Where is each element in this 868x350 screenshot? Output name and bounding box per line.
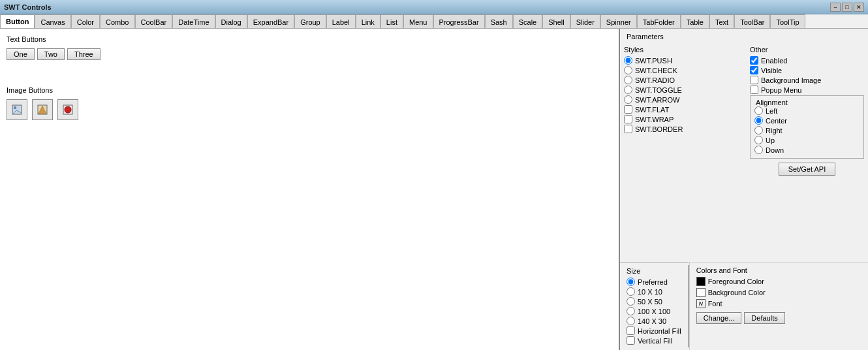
size-input-size-10x10[interactable] [627,287,635,296]
other-label-visible: Visible [761,67,782,74]
size-input-size-100x100[interactable] [627,307,635,315]
set-get-api-button[interactable]: Set/Get API [779,163,835,176]
title-bar-controls: − □ ✕ [830,3,864,12]
tab-slider[interactable]: Slider [570,14,600,29]
size-item-size-preferred[interactable]: Preferred [627,278,681,286]
other-input-bg-image[interactable] [750,76,758,84]
style-item-swt-wrap[interactable]: SWT.WRAP [624,115,743,123]
size-input-size-preferred[interactable] [627,278,635,286]
size-item-size-50x50[interactable]: 50 X 50 [627,297,681,306]
minimize-button[interactable]: − [830,3,841,12]
align-item-align-center[interactable]: Center [754,116,860,125]
tab-tooltip[interactable]: ToolTip [770,14,805,29]
tab-shell[interactable]: Shell [542,14,570,29]
tab-tabfolder[interactable]: TabFolder [637,14,681,29]
title-bar: SWT Controls − □ ✕ [0,0,868,14]
style-item-swt-radio[interactable]: SWT.RADIO [624,76,743,84]
style-item-swt-border[interactable]: SWT.BORDER [624,125,743,133]
other-item-visible[interactable]: Visible [750,66,864,74]
size-input-size-vfill[interactable] [627,336,635,345]
align-item-align-up[interactable]: Up [754,136,860,144]
tab-dialog[interactable]: Dialog [215,14,247,29]
style-input-swt-border[interactable] [624,125,632,133]
right-panel: Parameters Styles SWT.PUSHSWT.CHECKSWT.R… [620,29,868,350]
style-label-swt-toggle: SWT.TOGGLE [635,86,682,94]
other-item-bg-image[interactable]: Background Image [750,76,864,84]
other-item-popup-menu[interactable]: Popup Menu [750,86,864,94]
other-input-popup-menu[interactable] [750,86,758,94]
size-item-size-100x100[interactable]: 100 X 100 [627,307,681,315]
style-input-swt-push[interactable] [624,56,632,65]
style-item-swt-toggle[interactable]: SWT.TOGGLE [624,86,743,94]
tab-button[interactable]: Button [0,14,35,29]
align-input-align-center[interactable] [754,116,763,125]
size-section: Size Preferred10 X 1050 X 50100 X 100140… [620,262,688,350]
tab-group[interactable]: Group [294,14,326,29]
foreground-color-item: Foreground Color [696,277,785,286]
left-panel: Text Buttons OneTwoThree Image Buttons [0,29,620,350]
other-item-enabled[interactable]: Enabled [750,56,864,65]
text-button-one[interactable]: One [7,48,35,60]
other-input-enabled[interactable] [750,56,758,65]
tab-color[interactable]: Color [71,14,100,29]
styles-list: SWT.PUSHSWT.CHECKSWT.RADIOSWT.TOGGLESWT.… [624,56,743,133]
size-item-size-vfill[interactable]: Vertical Fill [627,336,681,345]
tab-datetime[interactable]: DateTime [172,14,215,29]
alignment-list: LeftCenterRightUpDown [754,106,860,154]
align-label-align-up: Up [766,136,775,144]
tab-scale[interactable]: Scale [513,14,543,29]
tab-toolbar[interactable]: ToolBar [734,14,770,29]
change-button[interactable]: Change... [696,312,742,324]
align-item-align-down[interactable]: Down [754,146,860,154]
tab-coolbar[interactable]: CoolBar [135,14,173,29]
tab-spinner[interactable]: Spinner [600,14,637,29]
maximize-button[interactable]: □ [842,3,852,12]
style-input-swt-toggle[interactable] [624,86,632,94]
align-input-align-up[interactable] [754,136,763,144]
tab-expandbar[interactable]: ExpandBar [247,14,294,29]
size-item-size-140x30[interactable]: 140 X 30 [627,317,681,325]
style-item-swt-arrow[interactable]: SWT.ARROW [624,95,743,104]
align-input-align-left[interactable] [754,106,763,115]
other-input-visible[interactable] [750,66,758,74]
text-button-two[interactable]: Two [37,48,65,60]
align-input-align-right[interactable] [754,126,763,135]
background-color-item: Background Color [696,288,785,297]
tab-link[interactable]: Link [356,14,380,29]
close-button[interactable]: ✕ [854,3,864,12]
tab-menu[interactable]: Menu [403,14,433,29]
align-item-align-left[interactable]: Left [754,106,860,115]
size-item-size-10x10[interactable]: 10 X 10 [627,287,681,296]
tab-label[interactable]: Label [326,14,356,29]
style-input-swt-radio[interactable] [624,76,632,84]
text-button-three[interactable]: Three [67,48,101,60]
font-label: Font [708,300,722,308]
tab-canvas[interactable]: Canvas [35,14,70,29]
style-item-swt-check[interactable]: SWT.CHECK [624,66,743,74]
image-button-1[interactable] [7,99,27,120]
size-input-size-140x30[interactable] [627,317,635,325]
align-item-align-right[interactable]: Right [754,126,860,135]
size-input-size-hfill[interactable] [627,326,635,335]
tab-table[interactable]: Table [681,14,709,29]
style-item-swt-push[interactable]: SWT.PUSH [624,56,743,65]
style-input-swt-wrap[interactable] [624,115,632,123]
tab-list[interactable]: List [380,14,403,29]
tab-text[interactable]: Text [709,14,734,29]
style-input-swt-flat[interactable] [624,105,632,114]
tab-combo[interactable]: Combo [100,14,134,29]
size-item-size-hfill[interactable]: Horizontal Fill [627,326,681,335]
style-item-swt-flat[interactable]: SWT.FLAT [624,105,743,114]
tab-progressbar[interactable]: ProgressBar [433,14,485,29]
colors-section: Colors and Font Foreground Color Backgro… [689,262,792,350]
image-buttons-label: Image Buttons [7,86,612,94]
parameters-header: Parameters [620,29,868,43]
defaults-button[interactable]: Defaults [744,312,784,324]
style-input-swt-arrow[interactable] [624,95,632,104]
image-button-3[interactable] [57,99,78,120]
image-button-2[interactable] [32,99,53,120]
align-input-align-down[interactable] [754,146,763,154]
style-input-swt-check[interactable] [624,66,632,74]
tab-sash[interactable]: Sash [485,14,513,29]
size-input-size-50x50[interactable] [627,297,635,306]
